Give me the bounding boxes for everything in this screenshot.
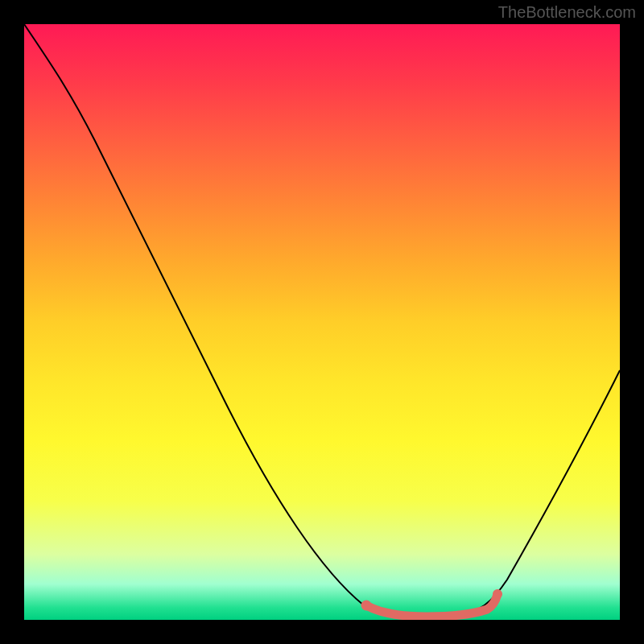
- bottleneck-curve-line: [24, 24, 620, 617]
- chart-svg: [24, 24, 620, 620]
- plot-area: [24, 24, 620, 620]
- optimum-band-start-dot: [361, 601, 372, 611]
- chart-container: TheBottleneck.com: [0, 0, 644, 644]
- optimum-band-line: [366, 594, 497, 617]
- watermark-text: TheBottleneck.com: [498, 3, 636, 22]
- optimum-band-end-dot: [493, 589, 502, 599]
